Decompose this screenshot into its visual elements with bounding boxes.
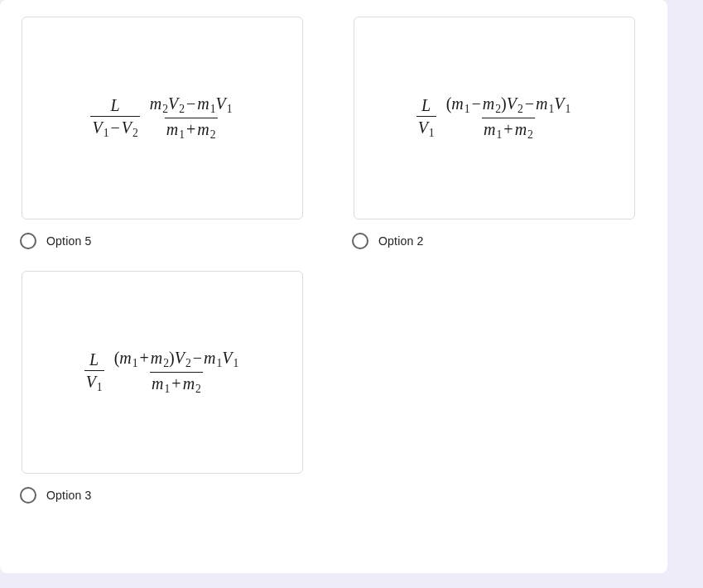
radio-label-2: Option 2: [378, 234, 424, 248]
radio-row-5[interactable]: Option 5: [17, 233, 315, 249]
radio-row-3[interactable]: Option 3: [17, 487, 315, 504]
radio-label-3: Option 3: [46, 489, 92, 502]
option-cell-3: L V1 (m1+m2)V2−m1V1 m1+m2 Option 3: [17, 271, 315, 504]
formula-2: L V1 (m1−m2)V2−m1V1 m1+m2: [417, 94, 573, 142]
formula-box-5: L V1−V2 m2V2−m1V1 m1+m2: [22, 17, 303, 219]
radio-row-2[interactable]: Option 2: [349, 233, 648, 249]
radio-icon: [20, 233, 36, 249]
formula-box-2: L V1 (m1−m2)V2−m1V1 m1+m2: [354, 17, 635, 219]
option-cell-2: L V1 (m1−m2)V2−m1V1 m1+m2 Option 2: [349, 17, 648, 249]
formula-3: L V1 (m1+m2)V2−m1V1 m1+m2: [84, 349, 241, 396]
radio-icon: [352, 233, 368, 249]
option-cell-5: L V1−V2 m2V2−m1V1 m1+m2 Option 5: [17, 17, 315, 249]
formula-5: L V1−V2 m2V2−m1V1 m1+m2: [90, 94, 234, 142]
options-grid: L V1−V2 m2V2−m1V1 m1+m2 Option 5: [17, 17, 648, 504]
radio-icon: [20, 487, 36, 504]
radio-label-5: Option 5: [46, 234, 92, 248]
formula-box-3: L V1 (m1+m2)V2−m1V1 m1+m2: [22, 271, 303, 474]
form-card: L V1−V2 m2V2−m1V1 m1+m2 Option 5: [0, 0, 667, 573]
